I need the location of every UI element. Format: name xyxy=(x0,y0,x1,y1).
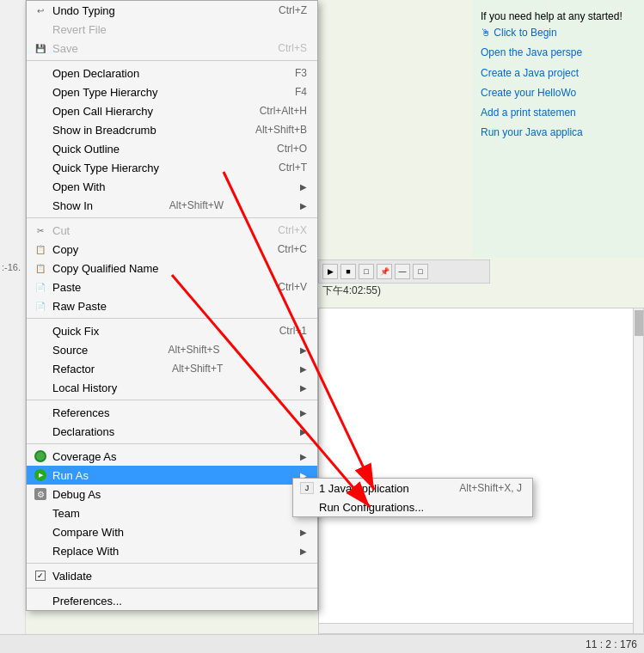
menu-item-label: Declarations xyxy=(52,425,114,438)
menu-item-show-in-breadcrumb[interactable]: Show in BreadcrumbAlt+Shift+B xyxy=(27,120,317,139)
menu-item-replace-with[interactable]: Replace With▶ xyxy=(27,541,317,560)
menu-item-raw-paste[interactable]: 📄Raw Paste xyxy=(27,296,317,315)
menu-item-label: Show in Breadcrumb xyxy=(52,124,156,137)
menu-item-team[interactable]: Team▶ xyxy=(27,503,317,522)
menu-item-undo-typing[interactable]: ↩Undo TypingCtrl+Z xyxy=(27,1,317,20)
submenu-arrow-icon: ▶ xyxy=(283,383,307,393)
menu-item-revert-file: Revert File xyxy=(27,20,317,39)
cut-icon: ✂ xyxy=(34,223,47,237)
submenu-item-label: Run Configurations... xyxy=(319,501,424,514)
menu-item-shortcut: Ctrl+Z xyxy=(261,4,307,16)
undo-icon: ↩ xyxy=(34,3,47,17)
menu-item-open-call-hierarchy[interactable]: Open Call HierarchyCtrl+Alt+H xyxy=(27,101,317,120)
menu-item-refactor[interactable]: RefactorAlt+Shift+T▶ xyxy=(27,359,317,378)
menu-item-local-history[interactable]: Local History▶ xyxy=(27,378,317,397)
coverage-icon xyxy=(34,449,47,463)
menu-item-open-type-hierarchy[interactable]: Open Type HierarchyF4 xyxy=(27,82,317,101)
paste-icon: 📄 xyxy=(34,280,47,294)
hint-link-1[interactable]: Open the Java perspe xyxy=(481,45,635,61)
submenu-item-run-configurations[interactable]: Run Configurations... xyxy=(293,497,532,516)
context-menu: ↩Undo TypingCtrl+ZRevert File💾SaveCtrl+S… xyxy=(26,0,318,611)
stop-button[interactable]: ■ xyxy=(340,264,356,279)
menu-item-label: Coverage As xyxy=(52,450,116,463)
hint-link-4[interactable]: Add a print statemen xyxy=(481,105,635,121)
hint-link-3[interactable]: Create your HelloWo xyxy=(481,85,635,101)
menu-item-label: Save xyxy=(52,42,78,55)
menu-item-source[interactable]: SourceAlt+Shift+S▶ xyxy=(27,340,317,359)
menu-item-run-as[interactable]: Run As▶ xyxy=(27,466,317,485)
menu-item-shortcut: Ctrl+T xyxy=(261,162,307,174)
menu-item-declarations[interactable]: Declarations▶ xyxy=(27,422,317,441)
menu-item-label: Copy xyxy=(52,243,78,256)
submenu-item-label: 1 Java Application xyxy=(319,482,409,495)
menu-item-label: References xyxy=(52,406,109,419)
timestamp: 下午4:02:55) xyxy=(322,284,381,298)
submenu-arrow-icon: ▶ xyxy=(283,201,307,211)
menu-item-label: Source xyxy=(52,344,88,357)
menu-item-label: Open Call Hierarchy xyxy=(52,105,153,118)
hint-panel: If you need help at any started! 🖱 Click… xyxy=(472,0,644,258)
menu-item-quick-type-hierarchy[interactable]: Quick Type HierarchyCtrl+T xyxy=(27,158,317,177)
run-as-submenu: J1 Java ApplicationAlt+Shift+X, JRun Con… xyxy=(292,478,533,517)
menu-item-label: Local History xyxy=(52,381,117,394)
menu-item-debug-as[interactable]: Debug As▶ xyxy=(27,485,317,503)
menu-item-validate[interactable]: ✓Validate xyxy=(27,566,317,585)
menu-item-shortcut: Alt+Shift+B xyxy=(238,124,307,136)
menu-item-label: Compare With xyxy=(52,526,124,539)
click-begin-link[interactable]: 🖱 Click to Begin xyxy=(481,27,557,39)
pin-button[interactable]: 📌 xyxy=(377,264,392,279)
menu-item-label: Raw Paste xyxy=(52,300,107,313)
menu-item-copy-qualified-name[interactable]: 📋Copy Qualified Name xyxy=(27,259,317,278)
submenu-item-1-java-application[interactable]: J1 Java ApplicationAlt+Shift+X, J xyxy=(293,479,532,497)
status-text: 11 : 2 : 176 xyxy=(586,638,637,650)
menu-separator xyxy=(27,60,317,61)
menu-item-preferences[interactable]: Preferences... xyxy=(27,591,317,610)
hint-link-2[interactable]: Create a Java project xyxy=(481,65,635,82)
menu-separator xyxy=(27,443,317,444)
menu-item-label: Copy Qualified Name xyxy=(52,262,159,275)
menu-item-label: Open Type Hierarchy xyxy=(52,86,158,99)
menu-item-shortcut: Ctrl+O xyxy=(260,143,307,155)
submenu-arrow-icon: ▶ xyxy=(283,452,307,461)
menu-separator xyxy=(27,318,317,319)
menu-item-label: Revert File xyxy=(52,23,107,36)
maximize-button[interactable]: □ xyxy=(413,264,428,279)
hint-text: If you need help at any started! xyxy=(481,10,623,22)
gutter-label: :-16. xyxy=(2,262,21,272)
menu-item-references[interactable]: References▶ xyxy=(27,403,317,422)
menu-separator xyxy=(27,400,317,400)
menu-item-label: Show In xyxy=(52,199,93,212)
editor-gutter: :-16. xyxy=(0,0,26,653)
menu-item-shortcut: F4 xyxy=(278,86,307,98)
open-console-button[interactable]: □ xyxy=(359,264,374,279)
hint-link-5[interactable]: Run your Java applica xyxy=(481,125,635,141)
menu-item-paste[interactable]: 📄PasteCtrl+V xyxy=(27,278,317,296)
submenu-arrow-icon: ▶ xyxy=(283,364,307,374)
menu-item-label: Undo Typing xyxy=(52,4,115,17)
debug-icon xyxy=(34,487,47,501)
rawpaste-icon: 📄 xyxy=(34,299,47,313)
menu-item-copy[interactable]: 📋CopyCtrl+C xyxy=(27,240,317,259)
scrollbar-thumb[interactable] xyxy=(635,310,643,336)
menu-item-coverage-as[interactable]: Coverage As▶ xyxy=(27,447,317,466)
menu-item-shortcut: Ctrl+S xyxy=(261,42,307,54)
menu-item-show-in[interactable]: Show InAlt+Shift+W▶ xyxy=(27,196,317,215)
menu-item-label: Open Declaration xyxy=(52,67,139,80)
menu-item-label: Cut xyxy=(52,224,70,237)
menu-item-open-declaration[interactable]: Open DeclarationF3 xyxy=(27,64,317,82)
menu-item-label: Debug As xyxy=(52,488,101,501)
minimize-button[interactable]: — xyxy=(395,264,410,279)
menu-item-quick-fix[interactable]: Quick FixCtrl+1 xyxy=(27,321,317,340)
menu-separator xyxy=(27,217,317,218)
run-icon xyxy=(34,468,47,482)
menu-item-shortcut: Ctrl+X xyxy=(261,224,307,236)
relaunch-button[interactable]: ▶ xyxy=(322,264,338,279)
vertical-scrollbar[interactable] xyxy=(633,308,643,633)
menu-item-shortcut: Alt+Shift+S xyxy=(151,344,220,356)
menu-item-label: Quick Type Hierarchy xyxy=(52,162,159,174)
menu-item-quick-outline[interactable]: Quick OutlineCtrl+O xyxy=(27,139,317,158)
menu-item-label: Open With xyxy=(52,180,105,193)
menu-item-compare-with[interactable]: Compare With▶ xyxy=(27,522,317,541)
horizontal-scrollbar[interactable] xyxy=(319,623,633,633)
menu-item-open-with[interactable]: Open With▶ xyxy=(27,177,317,196)
